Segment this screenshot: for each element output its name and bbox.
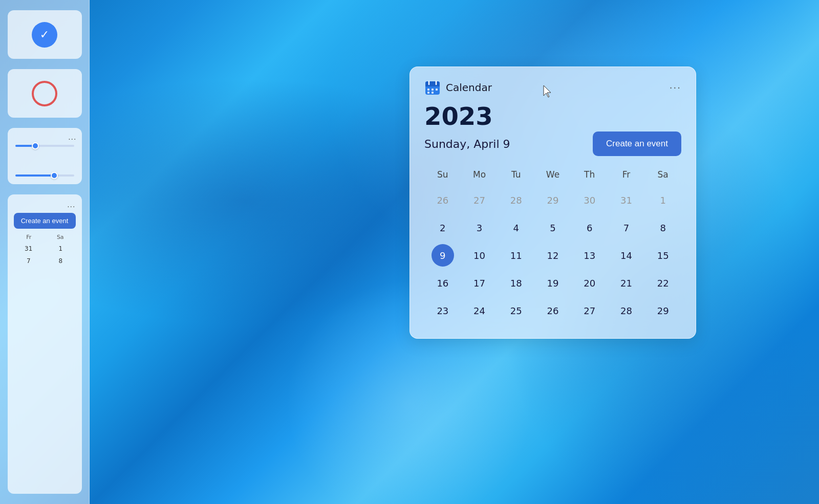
calendar-cell-8-row1[interactable]: 8: [652, 216, 674, 239]
create-event-button[interactable]: Create an event: [593, 132, 681, 156]
calendar-cell-20-row3[interactable]: 20: [578, 272, 601, 294]
slider-widget: ...: [8, 128, 82, 184]
calendar-cell-28-row0[interactable]: 28: [505, 189, 527, 211]
calendar-cell-31-row0[interactable]: 31: [615, 189, 637, 211]
calendar-cell-25-row4[interactable]: 25: [505, 299, 527, 322]
calendar-more-dots[interactable]: ···: [670, 82, 681, 93]
mini-cal-grid: 31 1 7 8: [14, 244, 76, 266]
calendar-row-1: 2345678: [424, 214, 681, 241]
calendar-cell-4-row1[interactable]: 4: [505, 216, 527, 239]
slider-thumb-2[interactable]: [51, 172, 58, 179]
svg-rect-7: [436, 89, 438, 91]
calendar-cell-6-row1[interactable]: 6: [578, 216, 601, 239]
calendar-grid: Su Mo Tu We Th Fr Sa 2627282930311234567…: [424, 166, 681, 324]
day-header-tu: Tu: [498, 166, 534, 183]
radio-icon: [32, 81, 57, 106]
calendar-cell-16-row3[interactable]: 16: [432, 272, 454, 294]
calendar-cell-30-row0[interactable]: 30: [578, 189, 601, 211]
calendar-cell-5-row1[interactable]: 5: [542, 216, 564, 239]
calendar-year: 2023: [424, 104, 681, 128]
calendar-widget: Calendar ··· 2023 Sunday, April 9 Create…: [410, 67, 696, 339]
calendar-cell-3-row1[interactable]: 3: [468, 216, 491, 239]
calendar-cell-13-row2[interactable]: 13: [578, 244, 601, 267]
day-header-su: Su: [424, 166, 461, 183]
svg-rect-2: [425, 85, 440, 86]
slider-track-2[interactable]: [15, 174, 74, 177]
check-widget: ✓: [8, 10, 82, 59]
day-header-th: Th: [571, 166, 608, 183]
calendar-header: Calendar ···: [424, 79, 681, 96]
calendar-cell-27-row4[interactable]: 27: [578, 299, 601, 322]
day-header-fr: Fr: [608, 166, 645, 183]
widget-dots-menu[interactable]: ...: [68, 133, 76, 141]
calendar-app-icon: [424, 79, 441, 96]
calendar-cell-18-row3[interactable]: 18: [505, 272, 527, 294]
calendar-full-date: Sunday, April 9: [424, 138, 510, 150]
calendar-row-2: 9101112131415: [424, 242, 681, 269]
calendar-cell-15-row2[interactable]: 15: [652, 244, 674, 267]
radio-widget: [8, 69, 82, 118]
create-event-small-button[interactable]: Create an event: [14, 213, 76, 229]
calendar-cell-14-row2[interactable]: 14: [615, 244, 637, 267]
calendar-cell-21-row3[interactable]: 21: [615, 272, 637, 294]
mini-cal-headers: Fr Sa: [14, 234, 76, 240]
calendar-cell-11-row2[interactable]: 11: [505, 244, 527, 267]
calendar-row-0: 2627282930311: [424, 187, 681, 213]
svg-rect-8: [427, 92, 429, 94]
calendar-cell-22-row3[interactable]: 22: [652, 272, 674, 294]
calendar-cell-2-row1[interactable]: 2: [432, 216, 454, 239]
calendar-cell-29-row4[interactable]: 29: [652, 299, 674, 322]
calendar-title-area: Calendar: [424, 79, 492, 96]
check-icon: ✓: [32, 22, 57, 48]
mini-cell-31[interactable]: 31: [14, 244, 44, 254]
mini-cell-1[interactable]: 1: [46, 244, 76, 254]
calendar-cell-27-row0[interactable]: 27: [468, 189, 491, 211]
svg-rect-9: [432, 92, 434, 94]
calendar-cell-23-row4[interactable]: 23: [432, 299, 454, 322]
svg-rect-5: [427, 89, 429, 91]
calendar-cell-9-row2[interactable]: 9: [432, 244, 454, 267]
day-header-sa: Sa: [644, 166, 681, 183]
calendar-rows: 2627282930311234567891011121314151617181…: [424, 187, 681, 324]
calendar-cell-28-row4[interactable]: 28: [615, 299, 637, 322]
calendar-row-4: 23242526272829: [424, 297, 681, 324]
svg-rect-6: [432, 89, 434, 91]
sidebar-calendar-mini: ... Create an event Fr Sa 31 1 7 8: [8, 194, 82, 494]
calendar-cell-26-row4[interactable]: 26: [542, 299, 564, 322]
mini-cell-8[interactable]: 8: [46, 256, 76, 266]
mini-header-fr: Fr: [14, 234, 45, 240]
day-header-mo: Mo: [461, 166, 498, 183]
mini-cell-7[interactable]: 7: [14, 256, 44, 266]
calendar-row-3: 16171819202122: [424, 270, 681, 296]
slider-track-1[interactable]: [15, 145, 74, 147]
calendar-cell-26-row0[interactable]: 26: [432, 189, 454, 211]
calendar-cell-1-row0[interactable]: 1: [652, 189, 674, 211]
calendar-cell-7-row1[interactable]: 7: [615, 216, 637, 239]
calendar-app-name: Calendar: [446, 81, 492, 94]
day-header-we: We: [534, 166, 571, 183]
slider-thumb-1[interactable]: [32, 142, 39, 149]
calendar-cell-12-row2[interactable]: 12: [542, 244, 564, 267]
calendar-cell-29-row0[interactable]: 29: [542, 189, 564, 211]
calendar-day-headers: Su Mo Tu We Th Fr Sa: [424, 166, 681, 183]
calendar-cell-17-row3[interactable]: 17: [468, 272, 491, 294]
calendar-cell-19-row3[interactable]: 19: [542, 272, 564, 294]
calendar-date-row: Sunday, April 9 Create an event: [424, 132, 681, 156]
mini-header-sa: Sa: [45, 234, 76, 240]
left-sidebar: ✓ ... ... Create an event Fr Sa 31 1 7 8: [0, 0, 90, 504]
calendar-cell-24-row4[interactable]: 24: [468, 299, 491, 322]
sidebar-calendar-dots[interactable]: ...: [14, 201, 76, 209]
calendar-cell-10-row2[interactable]: 10: [468, 244, 491, 267]
